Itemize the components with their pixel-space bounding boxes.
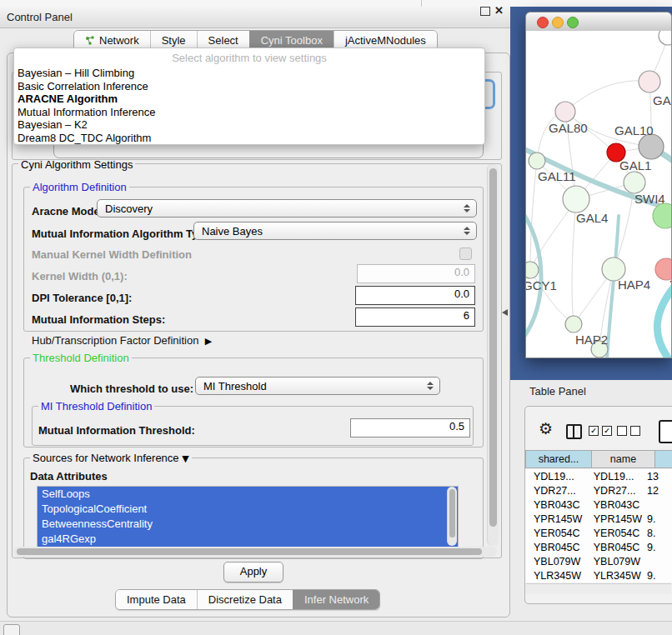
node-GAL11[interactable] <box>529 152 545 169</box>
threshold-definition-title: Threshold Definition <box>30 352 132 364</box>
node-top-cut[interactable] <box>659 31 671 45</box>
table-row[interactable]: YLR345WYLR345W9. <box>525 568 672 582</box>
column-header-partial[interactable] <box>655 450 672 468</box>
settings-horizontal-scrollbar[interactable] <box>13 547 497 557</box>
table-row[interactable]: YPR145WYPR145W9. <box>525 512 672 526</box>
network-edge[interactable] <box>657 282 671 358</box>
combo-stepper-icon <box>424 382 437 390</box>
table-cell: YDL19... <box>585 471 642 482</box>
status-bar <box>0 621 672 635</box>
table-row[interactable]: YBL079WYBL079W <box>525 554 672 568</box>
manual-kernel-checkbox[interactable] <box>459 248 472 260</box>
app-toolbar-strip <box>0 0 672 7</box>
dpi-tolerance-label: DPI Tolerance [0,1]: <box>32 292 132 304</box>
node-GAL1-label: GAL1 <box>619 158 651 172</box>
node-HAP2[interactable] <box>565 316 582 332</box>
algorithm-dropdown-hint: Select algorithm to view settings <box>14 52 484 64</box>
node-SWI4[interactable] <box>653 203 671 228</box>
table-cell: YDR27... <box>525 485 585 497</box>
corner-widget[interactable] <box>3 624 20 635</box>
which-threshold-combobox[interactable]: MI Threshold <box>195 377 440 395</box>
network-edge[interactable] <box>565 81 649 112</box>
which-threshold-label: Which threshold to use: <box>70 382 193 395</box>
panel-resize-cursor <box>502 309 508 316</box>
table-cell: YBR043C <box>525 499 585 511</box>
tab-infer-network[interactable]: Infer Network <box>293 590 379 609</box>
node-gal-cut[interactable] <box>639 71 660 92</box>
node-GAL80[interactable] <box>555 102 575 122</box>
column-header-name[interactable]: name <box>592 450 655 468</box>
table-cell: YPR145W <box>525 513 585 525</box>
attribute-item-topologicalcoefficient[interactable]: TopologicalCoefficient <box>38 502 458 517</box>
close-panel-icon[interactable]: ✕ <box>494 5 504 16</box>
node-GAL10[interactable] <box>639 134 664 159</box>
node-GAL10-label: GAL10 <box>614 123 654 138</box>
table-rows: YDL19...YDL19...13YDR27...YDR27...12YBR0… <box>525 469 672 582</box>
table-horizontal-scrollbar[interactable] <box>526 583 671 594</box>
minimize-traffic-light[interactable] <box>552 17 564 28</box>
table-cell: YER054C <box>525 528 585 539</box>
sources-title-row[interactable]: Sources for Network Inference ▼ <box>30 452 192 464</box>
network-window-titlebar[interactable] <box>525 12 672 32</box>
sources-title: Sources for Network Inference <box>33 452 179 464</box>
table-export-icon[interactable] <box>659 420 672 443</box>
table-columns-icon[interactable] <box>566 424 582 439</box>
table-cell: YBR045C <box>585 542 642 553</box>
tab-label: Select <box>208 34 238 47</box>
combo-stepper-icon <box>460 227 474 235</box>
table-cell: YBL079W <box>525 556 585 568</box>
mi-threshold-label: Mutual Information Threshold: <box>38 424 195 437</box>
mi-type-combobox[interactable]: Naive Bayes <box>193 222 477 240</box>
node-GCY1-label: GCY1 <box>526 278 557 292</box>
algorithm-option-aracne-algorithm[interactable]: ARACNE Algorithm <box>18 92 481 106</box>
network-edge[interactable] <box>530 161 537 270</box>
settings-vertical-scrollbar[interactable] <box>487 164 499 546</box>
table-cell: YLR345W <box>525 570 585 582</box>
table-row[interactable]: YBR043CYBR043C <box>525 498 672 512</box>
mi-steps-field[interactable]: 6 <box>355 308 475 327</box>
attribute-item-betweennesscentrality[interactable]: BetweennessCentrality <box>38 517 458 532</box>
float-panel-icon[interactable] <box>480 7 490 16</box>
kernel-width-field[interactable]: 0.0 <box>357 264 475 283</box>
table-row[interactable]: YDL19...YDL19...13 <box>525 469 672 483</box>
aracne-mode-combobox[interactable]: Discovery <box>97 199 477 218</box>
zoom-traffic-light[interactable] <box>567 17 579 28</box>
algorithm-option-bayesian-hill-climbing[interactable]: Bayesian – Hill Climbing <box>18 67 481 80</box>
network-icon <box>85 36 95 46</box>
table-row[interactable]: YDR27...YDR27...12 <box>525 483 672 498</box>
tab-impute-data[interactable]: Impute Data <box>116 590 197 609</box>
table-cell: YBR043C <box>585 499 642 511</box>
tab-label: Style <box>162 34 186 47</box>
node-GCY1[interactable] <box>526 262 539 278</box>
column-header-shared[interactable]: shared... <box>525 450 592 468</box>
mi-threshold-field[interactable]: 0.5 <box>350 418 470 438</box>
network-canvas[interactable]: GALGAL80GAL10GAL1GAL11SWI4GAL4GCY1HAP4YH… <box>525 31 672 358</box>
bottom-task-tabs: Impute DataDiscretize DataInfer Network <box>115 589 380 610</box>
table-cell: YBR045C <box>525 542 585 553</box>
attributes-list-scrollbar[interactable] <box>447 487 457 546</box>
deselect-all-columns-icon[interactable] <box>617 426 640 436</box>
table-header-row: shared...name <box>525 450 672 468</box>
algorithm-option-bayesian-k2[interactable]: Bayesian – K2 <box>18 118 481 132</box>
network-edge[interactable] <box>607 216 619 358</box>
tab-label: Cyni Toolbox <box>261 34 323 47</box>
node-GAL4[interactable] <box>563 186 589 212</box>
apply-button[interactable]: Apply <box>223 562 283 582</box>
table-settings-gear-icon[interactable]: ⚙ <box>539 419 553 438</box>
attribute-item-gal4rgexp[interactable]: gal4RGexp <box>38 532 458 547</box>
algorithm-option-dream8-dc-tdc-algorithm[interactable]: Dream8 DC_TDC Algorithm <box>18 132 481 145</box>
data-attributes-list: SelfLoopsTopologicalCoefficientBetweenne… <box>37 486 459 548</box>
tab-label: jActiveMNodules <box>345 34 426 47</box>
hub-definition-expander[interactable]: Hub/Transcription Factor Definition ▶ <box>32 334 212 347</box>
expander-right-icon: ▶ <box>205 336 212 347</box>
dpi-tolerance-field[interactable]: 0.0 <box>355 286 475 305</box>
table-row[interactable]: YBR045CYBR045C9. <box>525 540 672 554</box>
algorithm-option-mutual-information-inference[interactable]: Mutual Information Inference <box>18 106 481 119</box>
tab-discretize-data[interactable]: Discretize Data <box>197 590 293 609</box>
close-traffic-light[interactable] <box>537 17 549 28</box>
node-GAL1[interactable] <box>624 172 645 193</box>
table-row[interactable]: YER054CYER054C8. <box>525 526 672 540</box>
select-all-columns-icon[interactable]: ✓✓ <box>589 426 612 436</box>
algorithm-option-basic-correlation-inference[interactable]: Basic Correlation Inference <box>18 80 481 93</box>
attribute-item-selfloops[interactable]: SelfLoops <box>38 487 458 502</box>
